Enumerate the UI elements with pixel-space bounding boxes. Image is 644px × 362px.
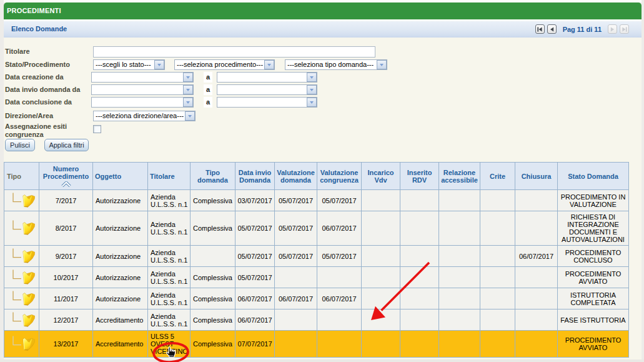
- table-row[interactable]: 13/2017AccreditamentoULSS 5 OVEST VICENT…: [4, 331, 629, 358]
- assegnazione-label-line2: congruenza: [5, 131, 44, 138]
- pulisci-button[interactable]: Pulisci: [5, 139, 35, 151]
- first-page-button[interactable]: [535, 24, 545, 34]
- cell: [439, 331, 480, 358]
- cell: PROCEDIMENTO IN VALUTAZIONE: [558, 190, 629, 211]
- data-conclusione-a-combo[interactable]: [217, 97, 317, 108]
- tree-elbow-icon: [11, 336, 21, 347]
- last-page-button[interactable]: [620, 24, 629, 34]
- table-row[interactable]: 11/2017AutorizzazioneAzienda U.L.S.S. n.…: [4, 288, 629, 309]
- stato-procedimento-label: Stato/Procedimento: [5, 61, 70, 69]
- titolare-label: Titolare: [5, 48, 30, 56]
- column-header[interactable]: Stato Domanda: [558, 163, 629, 190]
- cell: [515, 190, 558, 211]
- data-conclusione-da-button[interactable]: [183, 98, 193, 107]
- column-header[interactable]: Incarico Vdv: [362, 163, 400, 190]
- cell: [362, 331, 400, 358]
- stato-combo[interactable]: ---scegli lo stato---: [93, 59, 165, 70]
- next-page-button[interactable]: [608, 24, 617, 34]
- data-creazione-da-combo[interactable]: [91, 72, 194, 83]
- cell: [400, 331, 439, 358]
- cell: [439, 190, 480, 211]
- cell: 06/07/2017: [515, 246, 558, 267]
- prev-page-button[interactable]: [547, 24, 557, 34]
- data-creazione-a-button[interactable]: [307, 73, 317, 82]
- data-creazione-da-button[interactable]: [183, 73, 193, 82]
- direzione-area-combo[interactable]: ---seleziona direzione/area---: [93, 111, 196, 121]
- folder-icon[interactable]: [22, 194, 36, 208]
- cell: [480, 246, 515, 267]
- column-header[interactable]: Crite: [480, 163, 515, 190]
- prev-page-icon: [550, 27, 554, 32]
- cell: [400, 267, 439, 288]
- table-row[interactable]: 8/2017AutorizzazioneAzienda U.L.S.S. n.1…: [4, 211, 629, 246]
- cell: [400, 246, 439, 267]
- data-creazione-a-combo[interactable]: [217, 72, 317, 83]
- cell: [515, 288, 558, 309]
- data-conclusione-a-button[interactable]: [307, 98, 317, 107]
- combo-value: [92, 98, 183, 107]
- table-row[interactable]: 10/2017AutorizzazioneAzienda U.L.S.S. n.…: [4, 267, 629, 288]
- cell: [515, 309, 558, 331]
- column-header[interactable]: Tipo domanda: [191, 163, 235, 190]
- column-header[interactable]: Valutazione domanda: [275, 163, 317, 190]
- tipo-cell: [6, 193, 37, 208]
- column-header[interactable]: Oggetto: [93, 163, 148, 190]
- procedimento-combo[interactable]: ---seleziona procedimento---: [174, 59, 275, 70]
- column-header[interactable]: Relazione accessibile: [439, 163, 480, 190]
- cell: 13/2017: [39, 331, 93, 358]
- cell: [439, 246, 480, 267]
- stato-combo-button[interactable]: [154, 60, 164, 69]
- cell: [362, 267, 400, 288]
- data-invio-a-combo[interactable]: [217, 84, 317, 95]
- table-row[interactable]: 7/2017AutorizzazioneAzienda U.L.S.S. n.1…: [4, 190, 629, 211]
- data-conclusione-label: Data conclusione da: [5, 98, 72, 106]
- column-header[interactable]: Tipo: [4, 163, 39, 190]
- folder-icon[interactable]: [22, 313, 36, 328]
- cell: [275, 309, 317, 331]
- tipo-cell: [6, 249, 37, 264]
- app-title: PROCEDIMENTI: [7, 7, 61, 14]
- a-label-3: a: [204, 97, 212, 108]
- tipo-cell: [4, 288, 39, 309]
- folder-icon[interactable]: [22, 249, 36, 264]
- table-row[interactable]: 12/2017AccreditamentoAzienda U.L.S.S. n.…: [4, 309, 629, 331]
- cell: [317, 267, 362, 288]
- column-header[interactable]: Valutazione congruenza: [317, 163, 362, 190]
- cell: 06/07/2017: [317, 288, 362, 309]
- tipo-domanda-combo[interactable]: ---seleziona tipo domanda---: [285, 59, 387, 70]
- applica-filtri-button[interactable]: Applica filtri: [44, 139, 89, 151]
- cell: [439, 309, 480, 331]
- column-header[interactable]: Numero Procedimento: [39, 163, 93, 190]
- table-row[interactable]: 9/2017AutorizzazioneAzienda U.L.S.S. n.1…: [4, 246, 629, 267]
- cell: 11/2017: [39, 288, 93, 309]
- cell: Azienda U.L.S.S. n.1: [148, 309, 191, 331]
- cell: 06/07/2017: [275, 288, 317, 309]
- folder-icon[interactable]: [22, 292, 36, 306]
- cell: ISTRUTTORIA COMPLETATA: [558, 288, 629, 309]
- folder-icon[interactable]: [22, 221, 36, 236]
- tipo-domanda-combo-button[interactable]: [377, 60, 387, 69]
- cell: [515, 331, 558, 358]
- procedimento-combo-button[interactable]: [264, 60, 274, 69]
- column-header[interactable]: Inserito RDV: [400, 163, 439, 190]
- data-invio-da-combo[interactable]: [91, 84, 194, 95]
- folder-icon[interactable]: [22, 271, 36, 285]
- column-header[interactable]: Data invio Domanda: [235, 163, 275, 190]
- data-conclusione-da-combo[interactable]: [91, 97, 194, 108]
- cell: Azienda U.L.S.S. n.1: [148, 190, 191, 211]
- titolare-input[interactable]: [93, 46, 375, 58]
- data-invio-a-button[interactable]: [307, 85, 317, 94]
- cell: Autorizzazione: [93, 246, 148, 267]
- column-header[interactable]: Chiusura: [515, 163, 558, 190]
- folder-icon[interactable]: [22, 337, 36, 351]
- tipo-cell: [4, 267, 39, 288]
- page-indicator: Pag 11 di 11: [563, 26, 602, 33]
- tree-elbow-icon: [11, 193, 21, 204]
- assegnazione-checkbox[interactable]: [93, 125, 101, 133]
- cell: 12/2017: [39, 309, 93, 331]
- data-invio-da-button[interactable]: [183, 85, 193, 94]
- cell: [317, 309, 362, 331]
- column-header[interactable]: Titolare: [148, 163, 191, 190]
- stato-combo-value: ---scegli lo stato---: [94, 60, 154, 69]
- direzione-combo-button[interactable]: [185, 111, 195, 121]
